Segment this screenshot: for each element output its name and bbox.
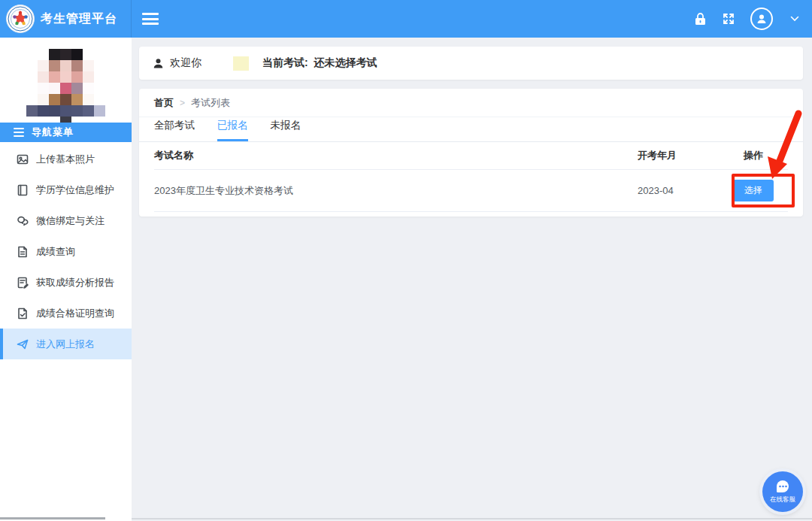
- exam-date-cell: 2023-04: [606, 185, 719, 196]
- send-icon: [17, 338, 29, 350]
- current-exam-status: 当前考试: 还未选择考试: [262, 56, 377, 70]
- nav-menu-title: 导航菜单: [32, 126, 74, 139]
- column-header-exam-name: 考试名称: [154, 149, 606, 162]
- list-icon: [14, 128, 24, 137]
- sidebar-item-label: 进入网上报名: [36, 338, 95, 351]
- sidebar-item-label: 微信绑定与关注: [36, 214, 105, 228]
- tab-registered[interactable]: 已报名: [217, 119, 248, 141]
- page: 考生管理平台: [0, 0, 812, 521]
- nav-menu-header: 导航菜单: [0, 123, 132, 142]
- table-row: 2023年度卫生专业技术资格考试 2023-04 选择: [154, 170, 788, 212]
- sidebar-item-education-info[interactable]: 学历学位信息维护: [0, 174, 132, 205]
- lock-icon[interactable]: [693, 12, 707, 26]
- header: 考生管理平台: [0, 0, 812, 38]
- breadcrumb-separator: >: [180, 98, 185, 108]
- column-header-action: 操作: [719, 149, 788, 162]
- breadcrumb-home[interactable]: 首页: [154, 96, 174, 110]
- avatar-icon[interactable]: [750, 8, 773, 30]
- sidebar-item-label: 获取成绩分析报告: [36, 276, 114, 289]
- redacted-username-highlight: [233, 56, 249, 71]
- current-exam-label: 当前考试:: [262, 56, 308, 68]
- breadcrumb-current: 考试列表: [191, 96, 230, 110]
- document-icon: [17, 246, 29, 258]
- horizontal-scrollbar-track: [132, 518, 812, 519]
- sidebar-item-wechat-binding[interactable]: 微信绑定与关注: [0, 205, 132, 236]
- sidebar-item-label: 上传基本照片: [36, 153, 95, 166]
- exam-list-card: 首页 > 考试列表 全部考试 已报名 未报名 考试名称 开考年月 操作 2023…: [139, 89, 803, 217]
- online-support-button[interactable]: 在线客服: [762, 471, 803, 512]
- exam-name-cell: 2023年度卫生专业技术资格考试: [154, 184, 606, 198]
- person-icon: [153, 58, 164, 69]
- sidebar-item-score-report[interactable]: 获取成绩分析报告: [0, 267, 132, 298]
- emblem-star-logo: [6, 5, 35, 33]
- user-photo-redacted: [26, 49, 105, 123]
- select-button[interactable]: 选择: [733, 180, 774, 201]
- sidebar-item-upload-photo[interactable]: 上传基本照片: [0, 144, 132, 174]
- welcome-greeting: 欢迎你: [170, 56, 201, 70]
- chevron-down-icon[interactable]: [788, 12, 801, 26]
- chat-bubble-icon: [775, 479, 790, 494]
- photo-icon: [17, 153, 29, 165]
- tab-not-registered[interactable]: 未报名: [271, 119, 301, 141]
- table-header-row: 考试名称 开考年月 操作: [154, 142, 788, 170]
- sidebar-item-label: 成绩合格证明查询: [36, 307, 114, 320]
- certificate-icon: [17, 307, 29, 320]
- report-icon: [17, 277, 29, 289]
- sidebar-menu: 上传基本照片 学历学位信息维护 微信绑定与关注 成绩查询 获取成绩分析报告 成绩…: [0, 142, 132, 359]
- fullscreen-icon[interactable]: [722, 12, 735, 26]
- exam-tabs: 全部考试 已报名 未报名: [139, 117, 803, 142]
- current-exam-value: 还未选择考试: [314, 56, 377, 68]
- wechat-icon: [17, 215, 29, 227]
- exam-table: 考试名称 开考年月 操作 2023年度卫生专业技术资格考试 2023-04 选择: [139, 142, 803, 212]
- book-icon: [17, 184, 29, 196]
- brand: 考生管理平台: [0, 0, 132, 38]
- online-support-label: 在线客服: [770, 495, 795, 504]
- app-title: 考生管理平台: [41, 11, 117, 27]
- action-cell: 选择: [719, 180, 788, 201]
- sidebar-item-label: 成绩查询: [36, 245, 75, 259]
- topbar: [132, 0, 812, 38]
- column-header-exam-date: 开考年月: [606, 149, 719, 162]
- sidebar-item-online-registration[interactable]: 进入网上报名: [0, 329, 132, 359]
- welcome-bar: 欢迎你 当前考试: 还未选择考试: [139, 47, 803, 80]
- horizontal-scrollbar-thumb[interactable]: [0, 517, 105, 519]
- hamburger-icon[interactable]: [142, 13, 159, 25]
- breadcrumb: 首页 > 考试列表: [139, 89, 803, 117]
- sidebar: 导航菜单 上传基本照片 学历学位信息维护 微信绑定与关注 成绩查询 获取成绩分析…: [0, 38, 132, 521]
- sidebar-item-pass-certificate[interactable]: 成绩合格证明查询: [0, 298, 132, 329]
- sidebar-item-label: 学历学位信息维护: [36, 183, 114, 197]
- tab-all-exams[interactable]: 全部考试: [154, 119, 195, 141]
- main-content: 欢迎你 当前考试: 还未选择考试 首页 > 考试列表 全部考试 已报名 未报名 …: [132, 38, 812, 521]
- topbar-right: [693, 8, 801, 30]
- sidebar-item-score-query[interactable]: 成绩查询: [0, 236, 132, 267]
